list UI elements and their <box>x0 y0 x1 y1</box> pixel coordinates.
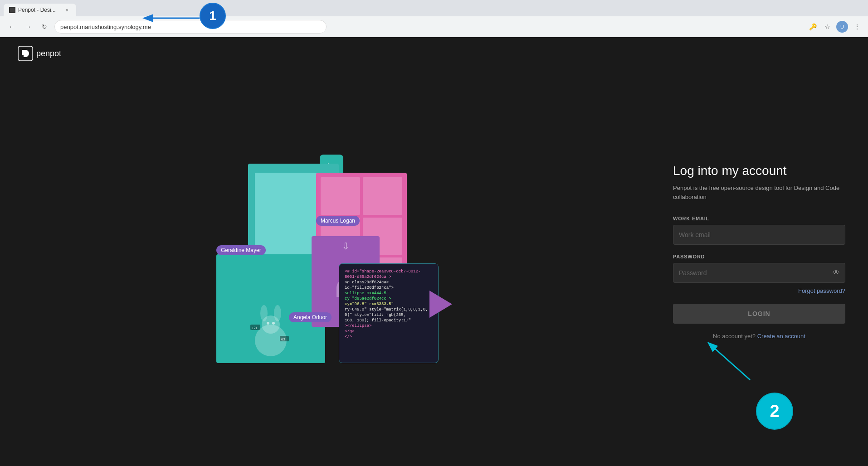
svg-point-9 <box>272 322 275 325</box>
pink-cell <box>321 177 360 215</box>
code-panel: <# id="shape-2ea39c8-dcb7-8012- 8001-d85… <box>339 263 439 363</box>
user-label-marcus: Marcus Logan <box>316 216 360 226</box>
illustration-container: ▶ FLOW 1 ▶ 🔒 ■ <box>189 127 461 399</box>
logo-text: penpot <box>36 49 61 58</box>
code-line: cy="d95ae2df024cc"> <box>345 296 433 301</box>
download-icon: ⇩ <box>342 241 350 252</box>
no-account-text: No account yet? <box>713 333 756 340</box>
login-form: Log into my account Penpot is the free o… <box>673 164 845 340</box>
browser-tabs: Penpot - Desi... × <box>0 0 868 16</box>
code-line: id="fills20df624ca"> <box>345 286 433 290</box>
svg-line-17 <box>709 344 750 380</box>
annotation-arrow-2 <box>700 339 755 384</box>
login-button[interactable]: LOGIN <box>673 304 845 324</box>
browser-chrome: Penpot - Desi... × ← → ↻ penpot.mariusho… <box>0 0 868 37</box>
svg-rect-1 <box>10 8 15 12</box>
code-line: cy="96.8" rx=6333.5" <box>345 302 433 306</box>
svg-text:121: 121 <box>252 326 258 330</box>
code-line: ></ellipse> <box>345 324 433 328</box>
pink-cell <box>363 177 402 215</box>
code-line: </g> <box>345 329 433 334</box>
bookmark-icon[interactable]: ☆ <box>822 21 833 32</box>
tab-close-button[interactable]: × <box>63 6 71 14</box>
annotation-arrow-1 <box>141 9 204 27</box>
illustration-area: ▶ FLOW 1 ▶ 🔒 ■ <box>18 70 632 457</box>
user-profile-avatar[interactable]: U <box>836 21 848 33</box>
svg-point-7 <box>274 305 281 321</box>
password-wrapper: 👁 <box>673 263 845 283</box>
logo-icon <box>18 46 33 61</box>
no-account-section: No account yet? Create an account <box>673 333 845 340</box>
code-line: <# id="shape-2ea39c8-dcb7-8012- <box>345 269 433 274</box>
forgot-password-link[interactable]: Forgot password? <box>798 287 845 294</box>
reload-button[interactable]: ↻ <box>38 20 51 33</box>
penpot-logo: penpot <box>18 46 632 61</box>
browser-tab-active[interactable]: Penpot - Desi... × <box>4 4 76 16</box>
app-container: penpot ▶ FLOW 1 ▶ 🔒 ■ <box>0 37 868 466</box>
code-line: <g class20df624ca> <box>345 280 433 285</box>
code-line: 8001-d85a2df624ca"> <box>345 275 433 279</box>
tab-title: Penpot - Desi... <box>18 7 56 13</box>
code-line: ry=849.0" style="matrix(1,0,0,1,0, <box>345 307 433 312</box>
show-password-icon[interactable]: 👁 <box>833 269 840 277</box>
annotation-circle-1: 1 <box>200 3 226 29</box>
password-label: PASSWORD <box>673 254 845 259</box>
address-text: penpot.mariushosting.synology.me <box>60 24 151 30</box>
svg-text:63: 63 <box>281 338 285 341</box>
forgot-password-wrapper: Forgot password? <box>673 286 845 295</box>
rabbit-shape: 121 63 <box>248 300 293 359</box>
left-panel: penpot ▶ FLOW 1 ▶ 🔒 ■ <box>0 37 650 466</box>
code-line: 160, 180); fill-opacity:1;" <box>345 318 433 323</box>
menu-icon[interactable]: ⋮ <box>852 21 863 32</box>
browser-toolbar: ← → ↻ penpot.mariushosting.synology.me 🔑… <box>0 16 868 37</box>
password-input[interactable] <box>673 263 845 283</box>
svg-rect-3 <box>22 55 24 57</box>
code-line: <ellipse cx=444.5" <box>345 291 433 296</box>
browser-right-icons: 🔑 ☆ U ⋮ <box>807 21 863 33</box>
email-label: WORK EMAIL <box>673 216 845 221</box>
annotation-circle-2: 2 <box>756 393 793 430</box>
login-subtitle: Penpot is the free open-source design to… <box>673 184 845 201</box>
tab-favicon <box>9 7 15 13</box>
login-title: Log into my account <box>673 164 845 178</box>
teal-board-bottom: 121 63 <box>216 254 325 363</box>
back-button[interactable]: ← <box>5 20 18 33</box>
code-line: 0)" style="fill: rgb(265, <box>345 313 433 317</box>
code-line: </> <box>345 335 433 339</box>
forward-button[interactable]: → <box>22 20 34 33</box>
play-button <box>429 291 452 318</box>
user-label-angela: Angela Oduor <box>289 312 332 322</box>
svg-point-8 <box>267 322 269 325</box>
create-account-link[interactable]: Create an account <box>757 333 805 340</box>
password-manager-icon[interactable]: 🔑 <box>807 21 818 32</box>
email-input[interactable] <box>673 225 845 245</box>
user-label-geraldine: Geraldine Mayer <box>216 245 266 255</box>
svg-point-6 <box>260 305 268 321</box>
